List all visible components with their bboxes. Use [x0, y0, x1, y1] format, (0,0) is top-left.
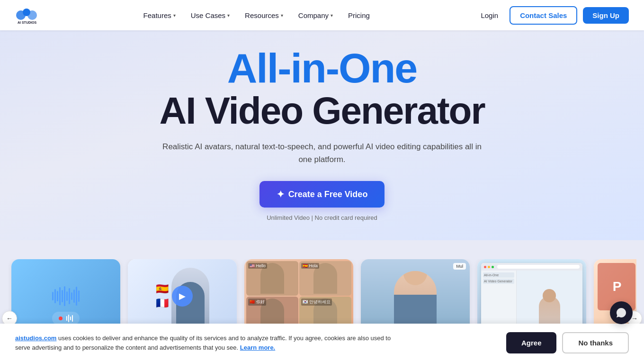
- mul-badge: Mul: [453, 263, 466, 270]
- nav-links: Features ▾ Use Cases ▾ Resources ▾ Compa…: [137, 8, 376, 23]
- chevron-down-icon: ▾: [173, 13, 176, 18]
- chat-support-button[interactable]: [610, 301, 633, 324]
- nav-pricing[interactable]: Pricing: [341, 8, 376, 23]
- svg-text:AI STUDIOS: AI STUDIOS: [18, 21, 36, 24]
- wave-bar: [71, 292, 72, 300]
- hero-title-dark: AI Video Generator: [15, 91, 629, 131]
- card-tts-image: 🇪🇸 🇫🇷 ▶: [128, 259, 237, 333]
- logo[interactable]: AI STUDIOS: [15, 6, 38, 25]
- navbar: AI STUDIOS Features ▾ Use Cases ▾ Resour…: [0, 0, 644, 30]
- wave-bar: [76, 287, 77, 306]
- cookie-site-link[interactable]: aistudios.com: [15, 335, 56, 342]
- hero-section: All-in-One AI Video Generator Realistic …: [0, 0, 644, 240]
- nav-features[interactable]: Features ▾: [137, 8, 182, 23]
- wave-bar: [78, 290, 80, 302]
- nav-company[interactable]: Company ▾: [292, 8, 340, 23]
- cookie-learn-more-link[interactable]: Learn more.: [240, 344, 275, 351]
- card-cloning-image: erate: [11, 259, 120, 333]
- wave-bar: [59, 287, 61, 305]
- wave-bar: [64, 286, 65, 306]
- nav-resources[interactable]: Resources ▾: [238, 8, 290, 23]
- audio-bar: [70, 317, 71, 320]
- sparkle-icon: ✦: [277, 189, 285, 200]
- cookie-banner: aistudios.com uses cookies to deliver an…: [0, 324, 644, 362]
- wave-bar: [73, 290, 75, 303]
- hero-cta-note: Unlimited Video | No credit card require…: [15, 214, 629, 221]
- contact-sales-button[interactable]: Contact Sales: [510, 6, 577, 25]
- cookie-text: aistudios.com uses cookies to deliver an…: [15, 334, 394, 352]
- play-button[interactable]: ▶: [172, 286, 193, 307]
- nav-use-cases[interactable]: Use Cases ▾: [184, 8, 236, 23]
- wave-bar: [52, 292, 54, 300]
- hero-title-blue: All-in-One: [15, 47, 629, 89]
- chevron-down-icon: ▾: [227, 13, 230, 18]
- svg-point-2: [27, 10, 37, 20]
- login-button[interactable]: Login: [475, 8, 504, 23]
- nav-right: Login Contact Sales Sign Up: [475, 6, 629, 25]
- record-dot: [59, 317, 63, 320]
- card-avatar-image: Mul: [361, 259, 470, 333]
- signup-button[interactable]: Sign Up: [583, 7, 629, 24]
- chevron-down-icon: ▾: [331, 13, 333, 18]
- wave-bar: [57, 291, 58, 301]
- chevron-down-icon: ▾: [281, 13, 283, 18]
- wave-bar: [69, 288, 70, 304]
- audio-bar: [66, 316, 67, 321]
- audio-bar: [72, 315, 73, 322]
- card-dubbing-image: 🇺🇸 Hello 🇪🇸 Hola 🇨🇳 你好 🇰🇷 안: [244, 259, 353, 333]
- wave-bar: [66, 291, 68, 301]
- create-free-video-button[interactable]: ✦ Create a Free Video: [259, 181, 385, 208]
- card-recorder-image: All-in-One AI Video Generator: [477, 259, 586, 333]
- wave-bar: [62, 290, 63, 302]
- audio-bar: [68, 315, 69, 322]
- cookie-agree-button[interactable]: Agree: [506, 332, 557, 353]
- cookie-no-thanks-button[interactable]: No thanks: [562, 332, 629, 353]
- wave-bar: [54, 289, 56, 303]
- cookie-buttons: Agree No thanks: [506, 332, 629, 353]
- hero-subtitle: Realistic AI avatars, natural text-to-sp…: [156, 140, 488, 166]
